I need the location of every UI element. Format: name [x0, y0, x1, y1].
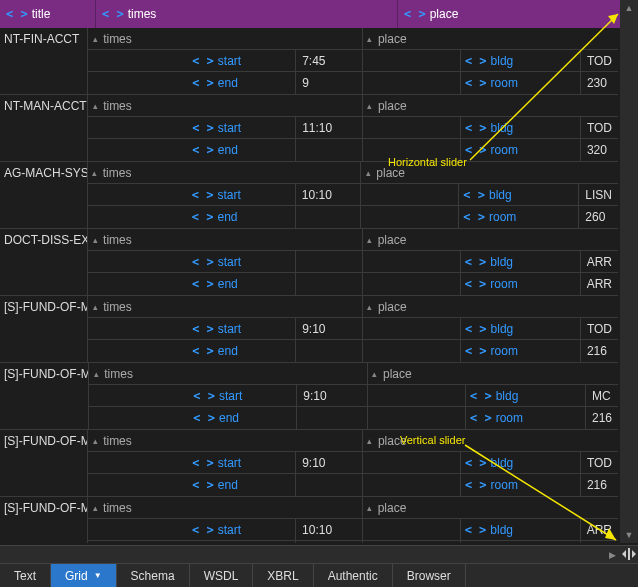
room-key[interactable]: < >room — [461, 139, 581, 161]
bldg-key[interactable]: < >bldg — [461, 117, 581, 138]
times-subheader[interactable]: ▴times — [88, 28, 362, 50]
collapse-icon[interactable]: ▴ — [365, 101, 375, 111]
room-key[interactable]: < >room — [461, 340, 581, 362]
end-value[interactable] — [296, 340, 362, 362]
end-value[interactable] — [296, 139, 362, 161]
tab-wsdl[interactable]: WSDL — [190, 564, 254, 587]
place-subheader[interactable]: ▴place — [368, 363, 618, 385]
start-value[interactable]: 11:10 — [296, 117, 362, 138]
bldg-key[interactable]: < >bldg — [461, 318, 581, 339]
room-key[interactable]: < >room — [459, 206, 579, 228]
bldg-value[interactable]: TOD — [581, 318, 618, 339]
place-subheader[interactable]: ▴place — [363, 296, 618, 318]
column-header-title[interactable]: < > title — [0, 0, 96, 28]
times-subheader[interactable]: ▴times — [88, 95, 362, 117]
collapse-icon[interactable]: ▴ — [91, 369, 101, 379]
end-key[interactable]: < >end — [188, 541, 296, 543]
end-key[interactable]: < >end — [188, 340, 296, 362]
start-value[interactable] — [296, 251, 362, 272]
start-value[interactable]: 9:10 — [296, 318, 362, 339]
bldg-value[interactable]: MC — [586, 385, 618, 406]
times-subheader[interactable]: ▴times — [88, 430, 362, 452]
tab-text[interactable]: Text — [0, 564, 51, 587]
bldg-value[interactable]: ARR — [581, 251, 618, 272]
bldg-value[interactable]: ARR — [581, 519, 618, 540]
room-value[interactable]: 216 — [581, 340, 618, 362]
collapse-icon[interactable]: ▴ — [90, 34, 100, 44]
place-subheader[interactable]: ▴place — [363, 28, 618, 50]
end-key[interactable]: < >end — [189, 407, 297, 429]
collapse-icon[interactable]: ▴ — [365, 503, 375, 513]
start-key[interactable]: < >start — [188, 452, 296, 473]
end-key[interactable]: < >end — [188, 72, 296, 94]
tab-authentic[interactable]: Authentic — [314, 564, 393, 587]
room-key[interactable]: < >room — [461, 72, 581, 94]
end-key[interactable]: < >end — [188, 206, 296, 228]
cell-title[interactable]: [S]-FUND-OF-MICR — [0, 430, 88, 496]
end-value[interactable] — [296, 273, 362, 295]
times-subheader[interactable]: ▴times — [89, 363, 367, 385]
place-subheader[interactable]: ▴place — [361, 162, 618, 184]
column-header-place[interactable]: < > place — [398, 0, 638, 28]
end-value[interactable] — [296, 206, 361, 228]
start-value[interactable]: 7:45 — [296, 50, 362, 71]
start-key[interactable]: < >start — [189, 385, 297, 406]
end-key[interactable]: < >end — [188, 139, 296, 161]
room-value[interactable]: 276 — [581, 541, 618, 543]
start-key[interactable]: < >start — [188, 251, 296, 272]
collapse-icon[interactable]: ▴ — [90, 436, 100, 446]
scroll-up-icon[interactable]: ▲ — [620, 0, 638, 16]
room-value[interactable]: 260 — [579, 206, 618, 228]
times-subheader[interactable]: ▴times — [88, 229, 362, 251]
start-key[interactable]: < >start — [188, 184, 296, 205]
cell-title[interactable]: NT-FIN-ACCT — [0, 28, 88, 94]
collapse-icon[interactable]: ▴ — [363, 168, 373, 178]
collapse-icon[interactable]: ▴ — [370, 369, 380, 379]
vertical-splitter-handle[interactable] — [620, 545, 638, 563]
times-subheader[interactable]: ▴times — [88, 296, 362, 318]
end-value[interactable] — [296, 474, 362, 496]
room-key[interactable]: < >room — [461, 273, 581, 295]
scroll-down-icon[interactable]: ▼ — [620, 527, 638, 543]
room-value[interactable]: 216 — [586, 407, 618, 429]
bldg-key[interactable]: < >bldg — [459, 184, 579, 205]
times-subheader[interactable]: ▴times — [88, 497, 362, 519]
end-value[interactable] — [297, 407, 367, 429]
cell-title[interactable]: [S]-FUND-OF-MICR — [0, 497, 88, 543]
cell-title[interactable]: [S]-FUND-OF-MICR — [0, 363, 89, 429]
end-key[interactable]: < >end — [188, 273, 296, 295]
cell-title[interactable]: AG-MACH-SYST — [0, 162, 88, 228]
start-value[interactable]: 10:10 — [296, 519, 362, 540]
bldg-value[interactable]: TOD — [581, 50, 618, 71]
tab-xbrl[interactable]: XBRL — [253, 564, 313, 587]
start-value[interactable]: 9:10 — [296, 452, 362, 473]
room-key[interactable]: < >room — [461, 541, 581, 543]
start-value[interactable]: 10:10 — [296, 184, 361, 205]
bldg-key[interactable]: < >bldg — [461, 251, 581, 272]
place-subheader[interactable]: ▴place — [363, 430, 618, 452]
collapse-icon[interactable]: ▴ — [365, 436, 375, 446]
collapse-icon[interactable]: ▴ — [90, 235, 100, 245]
end-value[interactable] — [296, 541, 362, 543]
scroll-right-icon[interactable]: ▶ — [604, 546, 620, 563]
start-key[interactable]: < >start — [188, 318, 296, 339]
cell-title[interactable]: [S]-FUND-OF-MICR — [0, 296, 88, 362]
bldg-value[interactable]: TOD — [581, 117, 618, 138]
bldg-key[interactable]: < >bldg — [466, 385, 586, 406]
room-value[interactable]: 320 — [581, 139, 618, 161]
place-subheader[interactable]: ▴place — [363, 95, 618, 117]
collapse-icon[interactable]: ▴ — [365, 235, 375, 245]
start-key[interactable]: < >start — [188, 519, 296, 540]
cell-title[interactable]: DOCT-DISS-EX — [0, 229, 88, 295]
collapse-icon[interactable]: ▴ — [90, 101, 100, 111]
bldg-key[interactable]: < >bldg — [461, 452, 581, 473]
bldg-key[interactable]: < >bldg — [461, 50, 581, 71]
cell-title[interactable]: NT-MAN-ACCT — [0, 95, 88, 161]
column-header-times[interactable]: < > times — [96, 0, 398, 28]
collapse-icon[interactable]: ▴ — [365, 302, 375, 312]
room-key[interactable]: < >room — [461, 474, 581, 496]
collapse-icon[interactable]: ▴ — [90, 302, 100, 312]
room-value[interactable]: ARR — [581, 273, 618, 295]
tab-schema[interactable]: Schema — [117, 564, 190, 587]
place-subheader[interactable]: ▴place — [363, 497, 618, 519]
